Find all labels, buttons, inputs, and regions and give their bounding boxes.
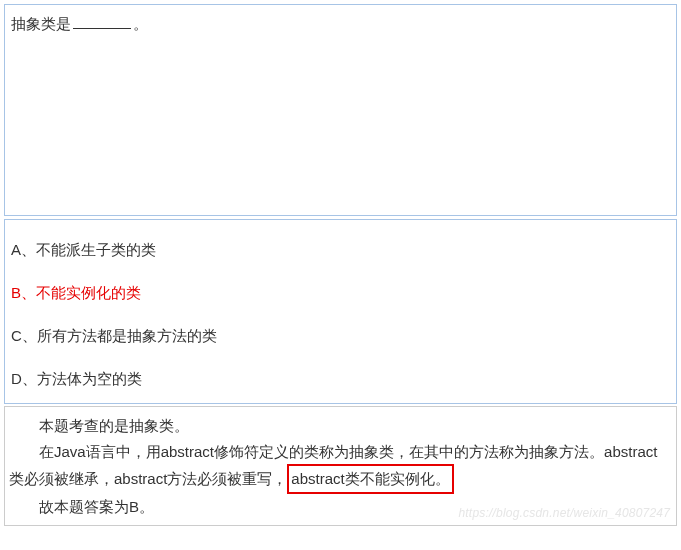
option-label: D、方法体为空的类 (11, 370, 142, 387)
option-b[interactable]: B、不能实例化的类 (11, 282, 670, 303)
option-d[interactable]: D、方法体为空的类 (11, 368, 670, 389)
explanation-key-phrase: abstract类不能实例化。 (287, 464, 453, 494)
explanation-panel: 本题考查的是抽象类。 在Java语言中，用abstract修饰符定义的类称为抽象… (4, 406, 677, 526)
explanation-line-1: 本题考查的是抽象类。 (9, 413, 672, 439)
stem-before-blank: 抽象类是 (11, 15, 71, 32)
fill-blank (73, 14, 131, 29)
option-label: B、不能实例化的类 (11, 284, 141, 301)
question-stem: 抽象类是。 (11, 13, 670, 36)
options-panel: A、不能派生子类的类 B、不能实例化的类 C、所有方法都是抽象方法的类 D、方法… (4, 219, 677, 404)
option-label: A、不能派生子类的类 (11, 241, 156, 258)
watermark: https://blog.csdn.net/weixin_40807247 (458, 503, 670, 523)
option-a[interactable]: A、不能派生子类的类 (11, 239, 670, 260)
option-c[interactable]: C、所有方法都是抽象方法的类 (11, 325, 670, 346)
stem-after-blank: 。 (133, 15, 148, 32)
question-panel: 抽象类是。 (4, 4, 677, 216)
option-label: C、所有方法都是抽象方法的类 (11, 327, 217, 344)
explanation-line-2: 在Java语言中，用abstract修饰符定义的类称为抽象类，在其中的方法称为抽… (9, 439, 672, 494)
